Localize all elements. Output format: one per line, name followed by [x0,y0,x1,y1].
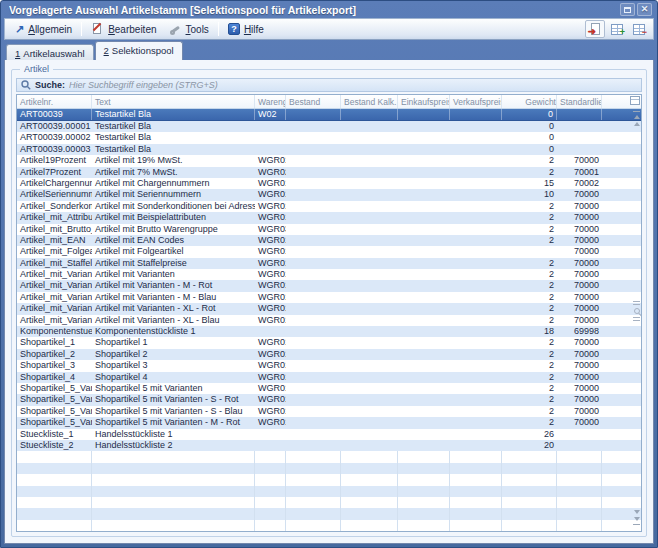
table-row[interactable]: Shopartikel_5_Varianten.3Shopartikel 5 m… [17,417,641,428]
column-header-8[interactable]: Standardlief [557,95,602,108]
table-row[interactable]: Artikel_mit_Varianten.006Artikel mit Var… [17,315,641,326]
table-row[interactable]: Artikel19ProzentArtikel mit 19% MwSt.WGR… [17,155,641,166]
cell: 70000 [557,201,602,212]
table-row[interactable]: Artikel_SonderkonditionenArtikel mit Son… [17,201,641,212]
exit-button[interactable]: ➜ [585,20,605,38]
cell: 70000 [557,349,602,360]
cell [341,224,398,235]
column-header-4[interactable]: Bestand Kalk. [341,95,398,108]
table-row[interactable]: ArtikelChargennummerArtikel mit Chargenn… [17,178,641,189]
cell [341,326,398,337]
export-insert-button[interactable]: + [607,20,627,38]
table-row[interactable]: ArtikelSeriennummerArtikel mit Seriennum… [17,189,641,200]
cell [450,109,502,120]
cell [398,486,450,497]
cell [450,326,502,337]
table-row[interactable]: Shopartikel_5_Varianten.2Shopartikel 5 m… [17,406,641,417]
cell [255,497,286,508]
table-row[interactable]: Shopartikel_5_Varianten.1Shopartikel 5 m… [17,394,641,405]
cell [398,109,450,120]
table-row[interactable]: ART00039.00002Testartikel Bla0 [17,132,641,143]
table-row[interactable]: ART00039.00001Testartikel Bla0 [17,121,641,132]
search-bar[interactable]: Suche: [16,78,642,92]
menu-tools[interactable]: Tools [163,21,215,38]
table-row[interactable]: Artikel_mit_FolgeartikelArtikel mit Folg… [17,246,641,257]
cell [341,474,398,485]
cell [450,212,502,223]
search-input[interactable] [69,80,637,90]
column-header-7[interactable]: Gewicht [502,95,557,108]
title-bar: Vorgelagerte Auswahl Artikelstamm [Selek… [4,1,654,18]
table-row[interactable]: Artikel7ProzentArtikel mit 7% MwSt.WGR02… [17,167,641,178]
table-row[interactable]: Artikel_mit_Varianten.005Artikel mit Var… [17,303,641,314]
cell [398,212,450,223]
cell [502,520,557,531]
cell: Artikel_Sonderkonditionen [17,201,92,212]
cell: Artikel_mit_Varianten [17,269,92,280]
cell: Artikel mit Varianten [92,269,255,280]
menu-hilfe[interactable]: ? Hilfe [222,21,270,37]
restore-button[interactable] [620,3,635,16]
table-row[interactable]: ART00039.00003Testartikel Bla0 [17,144,641,155]
cell [557,508,602,519]
menu-bearbeiten[interactable]: Bearbeiten [85,21,162,38]
cell [398,167,450,178]
column-header-2[interactable]: Wareng [255,95,286,108]
cell: 70000 [557,224,602,235]
cell [92,497,255,508]
close-button[interactable]: ✕ [637,3,652,16]
cell: Shopartikel 5 mit Varianten - M - Rot [92,417,255,428]
export-remove-button[interactable]: − [629,20,649,38]
cell [502,497,557,508]
table-row[interactable]: Shopartikel_2Shopartikel 2WGR01270000 [17,349,641,360]
table-row[interactable]: Artikel_mit_Brutto_WGRArtikel mit Brutto… [17,224,641,235]
table-row[interactable]: Artikel_mit_Varianten.004Artikel mit Var… [17,292,641,303]
table-row[interactable]: Artikel_mit_Varianten.003Artikel mit Var… [17,280,641,291]
cell: Testartikel Bla [92,109,255,120]
tab-content: Artikel Suche: Artikelnr.TextWarengBesta… [4,60,654,544]
empty-row[interactable] [17,520,641,531]
table-row[interactable]: Komponentenstueckliste_1Komponentenstück… [17,326,641,337]
cell: WGR01 [255,372,286,383]
menu-allgemein[interactable]: ↗ Allgemein [9,22,78,37]
table-row[interactable]: Stueckliste_2Handelsstückliste 220 [17,440,641,451]
empty-row[interactable] [17,486,641,497]
empty-row[interactable] [17,508,641,519]
empty-row[interactable] [17,497,641,508]
cell: Artikel_mit_Brutto_WGR [17,224,92,235]
tab-selektionspool[interactable]: 2Selektionspool [95,41,183,60]
cell [450,303,502,314]
empty-row[interactable] [17,451,641,462]
column-chooser-icon[interactable] [630,96,640,105]
cell: Artikel_mit_EAN [17,235,92,246]
cell [398,383,450,394]
cell [341,201,398,212]
cell [450,144,502,155]
table-row[interactable]: Artikel_mit_AttributenArtikel mit Beispi… [17,212,641,223]
table-row[interactable]: Artikel_mit_StaffelpreiseArtikel mit Sta… [17,258,641,269]
cell: Testartikel Bla [92,132,255,143]
empty-row[interactable] [17,463,641,474]
cell [450,167,502,178]
cell [17,497,92,508]
table-row[interactable]: Shopartikel_4Shopartikel 4WGR01270000 [17,372,641,383]
empty-row[interactable] [17,474,641,485]
cell [398,360,450,371]
column-header-1[interactable]: Text [92,95,255,108]
tab-artikelauswahl[interactable]: 1Artikelauswahl [6,44,94,60]
table-row[interactable]: Stueckliste_1Handelsstückliste 126 [17,429,641,440]
cell [398,269,450,280]
column-header-3[interactable]: Bestand [286,95,341,108]
tab-selektionspool-num: 2 [104,45,109,56]
table-row[interactable]: Shopartikel_5_VariantenShopartikel 5 mit… [17,383,641,394]
column-header-0[interactable]: Artikelnr. [17,95,92,108]
table-row[interactable]: Shopartikel_1Shopartikel 1WGR01270000 [17,337,641,348]
cell: Shopartikel 5 mit Varianten - S - Blau [92,406,255,417]
column-header-5[interactable]: Einkaufspreis [398,95,450,108]
table-row[interactable]: Artikel_mit_VariantenArtikel mit Variant… [17,269,641,280]
table-row[interactable]: Shopartikel_3Shopartikel 3WGR01270000 [17,360,641,371]
table-row[interactable]: ART00039Testartikel BlaW020 [17,109,641,121]
column-header-6[interactable]: Verkaufspreis [450,95,502,108]
cell: ArtikelChargennummer [17,178,92,189]
table-row[interactable]: Artikel_mit_EANArtikel mit EAN CodesWGR0… [17,235,641,246]
